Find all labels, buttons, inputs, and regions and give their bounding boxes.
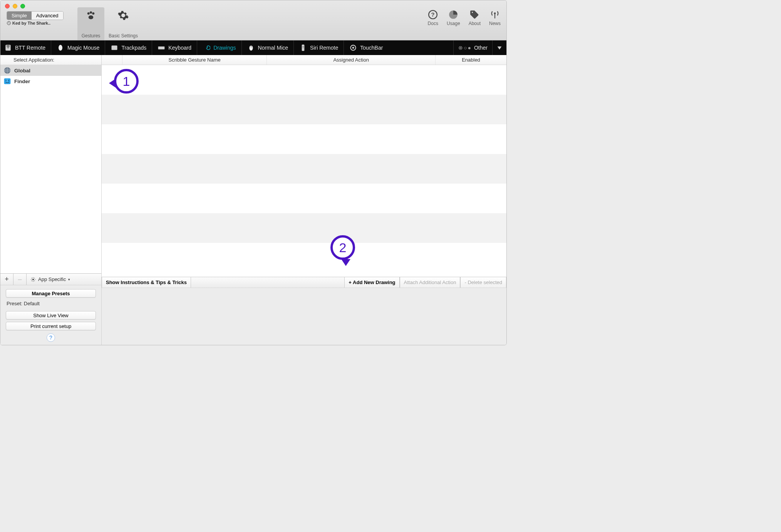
news-button[interactable]: News [489, 10, 501, 26]
globe-icon [3, 67, 11, 74]
remote-icon [4, 44, 12, 52]
clock-icon [7, 21, 11, 25]
column-headers: Scribble Gesture Name Assigned Action En… [102, 55, 506, 65]
device-tab-drawings[interactable]: Drawings [197, 40, 241, 55]
finder-icon [3, 77, 11, 85]
device-tab-btt-remote[interactable]: BTT Remote [0, 40, 51, 55]
device-tab-other[interactable]: ⊗○● Other [453, 40, 492, 55]
app-item-finder[interactable]: Finder [0, 76, 101, 87]
touchbar-icon [349, 44, 357, 52]
app-item-finder-label: Finder [14, 79, 30, 84]
triangle-down-icon [496, 45, 503, 51]
preset-label: Preset: Default [6, 300, 96, 309]
titlebar: Simple Advanced Ked by The Shark.. Gestu… [0, 0, 506, 40]
mouse2-icon [247, 44, 255, 52]
pie-icon [448, 10, 458, 20]
table-row[interactable] [102, 184, 506, 213]
column-enabled[interactable]: Enabled [436, 55, 506, 65]
table-row[interactable] [102, 213, 506, 243]
column-icon[interactable] [102, 55, 122, 65]
remove-app-button[interactable]: – [13, 274, 27, 285]
svg-text:?: ? [431, 11, 435, 18]
svg-point-4 [89, 15, 94, 19]
gear-small-icon [30, 277, 36, 282]
manage-presets-button[interactable]: Manage Presets [6, 289, 96, 298]
show-live-view-button[interactable]: Show Live View [6, 311, 96, 320]
app-item-global-label: Global [14, 68, 30, 74]
delete-selected-button: - Delete selected [460, 277, 506, 288]
usage-button[interactable]: Usage [447, 10, 460, 26]
svg-point-9 [59, 45, 62, 51]
about-button[interactable]: About [469, 10, 481, 26]
tag-icon [469, 10, 479, 20]
siri-remote-icon [299, 44, 307, 52]
svg-point-21 [6, 80, 7, 81]
table-row[interactable] [102, 243, 506, 273]
show-tips-button[interactable]: Show Instructions & Tips & Tricks [102, 277, 191, 288]
paw-icon [85, 10, 97, 21]
basic-settings-tab-label: Basic Settings [109, 33, 138, 39]
app-item-global[interactable]: Global [0, 65, 101, 76]
device-tab-trackpads[interactable]: Trackpads [105, 40, 152, 55]
attach-action-button: Attach Additional Action [400, 277, 461, 288]
keyboard-icon [158, 44, 165, 52]
device-tab-keyboard[interactable]: Keyboard [152, 40, 197, 55]
svg-point-2 [90, 12, 92, 14]
add-drawing-button[interactable]: + Add New Drawing [344, 277, 399, 288]
sidebar-header: Select Application: [0, 55, 101, 65]
svg-point-15 [303, 47, 303, 48]
gear-icon [117, 10, 129, 21]
window-minimize-button[interactable] [13, 4, 17, 8]
svg-point-7 [494, 12, 496, 14]
svg-rect-10 [112, 45, 117, 50]
content: Scribble Gesture Name Assigned Action En… [102, 55, 506, 345]
table-row[interactable] [102, 95, 506, 124]
column-gesture[interactable]: Scribble Gesture Name [122, 55, 267, 65]
svg-rect-11 [158, 47, 165, 50]
app-specific-menu[interactable]: App Specific ▾ [27, 274, 101, 285]
spiral-icon [203, 44, 210, 52]
device-tab-magic-mouse[interactable]: Magic Mouse [51, 40, 105, 55]
rows [102, 65, 506, 277]
svg-point-3 [92, 12, 94, 15]
svg-point-23 [32, 278, 34, 280]
mode-segment: Simple Advanced [7, 11, 64, 20]
simple-mode-button[interactable]: Simple [7, 12, 32, 20]
svg-point-17 [352, 47, 354, 49]
svg-point-1 [87, 12, 90, 15]
add-app-button[interactable]: + [0, 274, 13, 285]
window-close-button[interactable] [5, 4, 10, 8]
help-icon: ? [428, 10, 438, 20]
table-row[interactable] [102, 65, 506, 95]
advanced-mode-button[interactable]: Advanced [32, 12, 63, 20]
gestures-tab[interactable]: Gestures [77, 7, 104, 40]
preset-marquee: Ked by The Shark.. [7, 21, 64, 25]
device-tab-siri-remote[interactable]: Siri Remote [293, 40, 344, 55]
app-list: Global Finder [0, 65, 101, 273]
column-action[interactable]: Assigned Action [267, 55, 436, 65]
help-button[interactable]: ? [47, 333, 55, 342]
window-zoom-button[interactable] [20, 4, 25, 8]
mouse-icon [57, 44, 64, 52]
detail-pane [102, 288, 506, 345]
chevron-down-icon: ▾ [68, 278, 70, 281]
docs-button[interactable]: ? Docs [428, 10, 438, 26]
svg-point-22 [8, 80, 9, 81]
broadcast-icon [490, 10, 500, 20]
annotation-2: 2 [330, 235, 355, 260]
device-tab-normal-mice[interactable]: Normal Mice [241, 40, 294, 55]
device-bar-dropdown[interactable] [492, 40, 506, 55]
print-setup-button[interactable]: Print current setup [6, 322, 96, 330]
gestures-tab-label: Gestures [82, 33, 101, 39]
table-row[interactable] [102, 124, 506, 154]
annotation-1: 1 [114, 69, 139, 94]
trackpad-icon [111, 44, 118, 52]
device-tab-touchbar[interactable]: TouchBar [344, 40, 388, 55]
device-bar: BTT Remote Magic Mouse Trackpads Keyboar… [0, 40, 506, 55]
basic-settings-tab[interactable]: Basic Settings [104, 7, 142, 40]
svg-point-14 [303, 46, 303, 47]
dots-icon: ⊗○● [458, 45, 472, 51]
table-row[interactable] [102, 154, 506, 184]
sidebar: Select Application: Global Finder + – Ap… [0, 55, 102, 345]
